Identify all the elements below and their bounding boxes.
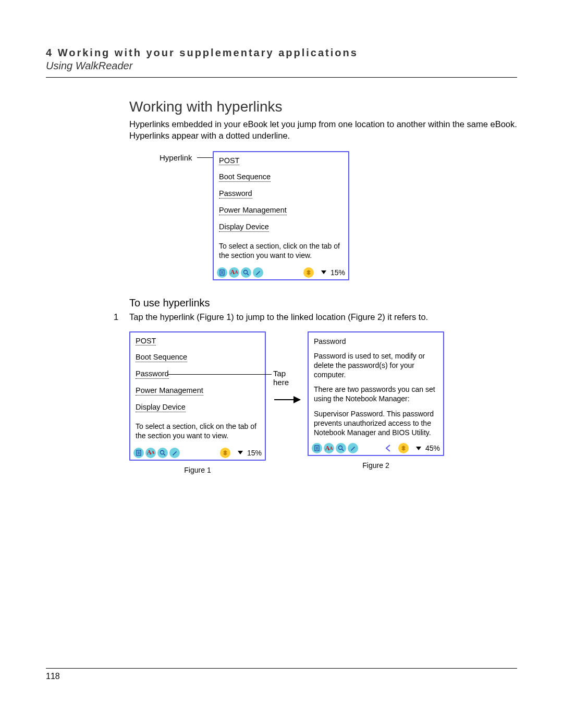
sub-section-title: To use hyperlinks: [129, 297, 517, 309]
fig2-para: Supervisor Password. This password preve…: [314, 409, 438, 438]
fig2-para: There are two passwords you can set usin…: [314, 385, 438, 403]
search-icon[interactable]: [157, 448, 168, 458]
font-size-icon[interactable]: AA: [229, 267, 239, 278]
step-text: Tap the hyperlink (Figure 1) to jump to …: [129, 312, 428, 322]
pencil-icon[interactable]: [169, 448, 180, 458]
hyperlink-item[interactable]: Password: [136, 370, 169, 379]
panel-toolbar: AA 15%: [130, 446, 265, 460]
bookmark-icon[interactable]: [220, 448, 230, 458]
section-title: Working with hyperlinks: [129, 98, 517, 115]
hyperlink-item[interactable]: Power Management: [219, 206, 287, 215]
hyperlink-item[interactable]: POST: [136, 337, 156, 346]
tap-here-label: Tap here: [273, 369, 289, 387]
svg-line-17: [342, 449, 344, 451]
font-size-icon[interactable]: AA: [145, 448, 156, 458]
svg-point-4: [244, 270, 248, 274]
percent-label: 45%: [425, 444, 440, 452]
figure-caption: Figure 1: [129, 466, 266, 474]
list-icon[interactable]: [217, 267, 227, 278]
hyperlink-item[interactable]: Boot Sequence: [136, 353, 187, 362]
hyperlink-item[interactable]: Boot Sequence: [219, 173, 271, 182]
figure2-panel: Password Password is used to set, modify…: [308, 331, 444, 456]
step-number: 1: [114, 312, 129, 322]
panel-note: To select a section, click on the tab of…: [219, 241, 343, 260]
tap-here-line: [167, 374, 272, 375]
chapter-header: 4 Working with your supplementary applic…: [46, 47, 517, 59]
dropdown-icon[interactable]: [321, 270, 326, 274]
fig2-title: Password: [314, 337, 438, 346]
dropdown-icon[interactable]: [416, 447, 421, 450]
panel-toolbar: AA: [309, 441, 443, 455]
pencil-icon[interactable]: [348, 443, 358, 453]
hyperlink-item[interactable]: Display Device: [219, 223, 269, 232]
header-rule: [46, 77, 517, 78]
subheader: Using WalkReader: [46, 60, 517, 72]
search-icon[interactable]: [241, 267, 251, 278]
panel-toolbar: AA 15%: [214, 266, 348, 279]
fig2-para: Password is used to set, modify or delet…: [314, 351, 438, 380]
pencil-icon[interactable]: [253, 267, 263, 278]
arrow-icon: [274, 399, 300, 400]
figure1-panel: POST Boot Sequence Password Power Manage…: [129, 331, 266, 461]
figure-caption: Figure 2: [308, 461, 444, 470]
hyperlink-item[interactable]: Password: [219, 190, 252, 199]
percent-label: 15%: [247, 449, 262, 457]
list-icon[interactable]: [312, 443, 322, 453]
bookmark-icon[interactable]: [303, 267, 314, 278]
callout-hyperlink: Hyperlink: [160, 153, 192, 162]
font-size-icon[interactable]: AA: [324, 443, 334, 453]
svg-point-10: [161, 450, 164, 454]
back-icon[interactable]: [385, 444, 392, 452]
svg-line-11: [164, 454, 165, 455]
footer-rule: [46, 668, 517, 669]
dropdown-icon[interactable]: [238, 451, 243, 454]
panel-note: To select a section, click on the tab of…: [136, 422, 260, 440]
hyperlink-item[interactable]: Display Device: [136, 403, 186, 412]
svg-point-16: [339, 446, 342, 450]
page-number: 118: [46, 672, 517, 681]
svg-line-5: [247, 274, 249, 275]
hyperlink-item[interactable]: POST: [219, 157, 239, 166]
hyperlink-item[interactable]: Power Management: [136, 387, 203, 396]
bookmark-icon[interactable]: [398, 443, 409, 453]
percent-label: 15%: [331, 268, 345, 277]
list-icon[interactable]: [133, 448, 144, 458]
search-icon[interactable]: [336, 443, 346, 453]
example-panel: POST Boot Sequence Password Power Manage…: [213, 151, 349, 280]
intro-paragraph: Hyperlinks embedded in your eBook let yo…: [129, 118, 517, 142]
